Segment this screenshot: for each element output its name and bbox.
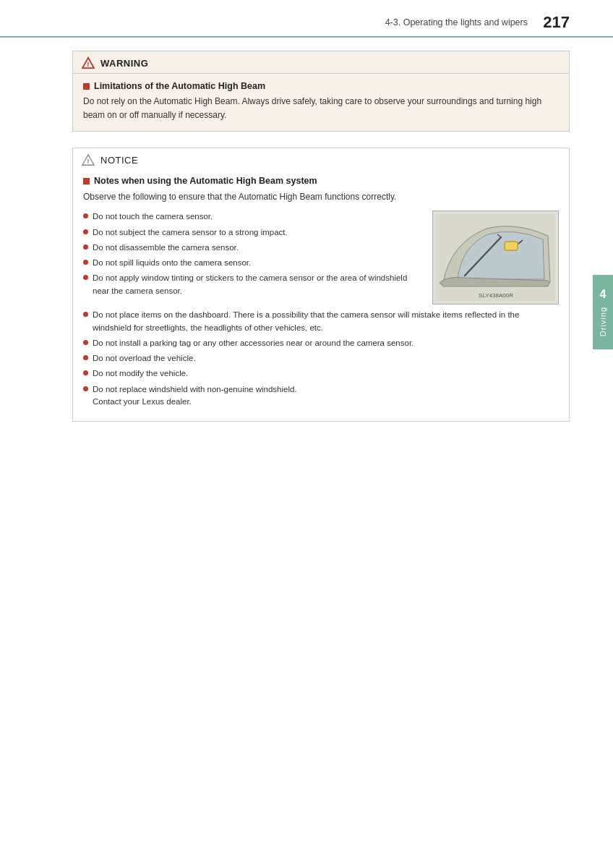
list-item: Do not install a parking tag or any othe…: [83, 337, 559, 349]
bullet-dot-icon: [83, 312, 88, 317]
list-item: Do not subject the camera sensor to a st…: [83, 226, 422, 239]
sidebar-tab: 4 Driving: [593, 275, 613, 349]
list-item: Do not overload the vehicle.: [83, 352, 559, 365]
bullet-dot-icon: [83, 260, 88, 265]
bullet-dot-icon: [83, 340, 88, 345]
notice-list-left: Do not touch the camera sensor. Do not s…: [83, 210, 422, 300]
notice-body: Notes when using the Automatic High Beam…: [73, 170, 569, 421]
notice-box: ! NOTICE Notes when using the Automatic …: [72, 148, 570, 422]
warning-triangle-icon: !: [82, 56, 95, 69]
bullet-dot-icon: [83, 213, 88, 218]
list-item: Do not modify the vehicle.: [83, 367, 559, 380]
page-header: 4-3. Operating the lights and wipers 217: [0, 0, 613, 38]
chapter-title: 4-3. Operating the lights and wipers: [72, 17, 541, 27]
bullet-dot-icon: [83, 229, 88, 234]
notice-intro-text: Observe the following to ensure that the…: [83, 190, 559, 203]
svg-text:!: !: [87, 158, 89, 166]
notice-red-square-icon: [83, 178, 90, 184]
svg-text:SLY438A00R: SLY438A00R: [479, 292, 513, 299]
bullet-dot-icon: [83, 386, 88, 391]
bullet-dot-icon: [83, 244, 88, 250]
list-item: Do not replace windshield with non-genui…: [83, 383, 559, 409]
warning-body-text: Do not rely on the Automatic High Beam. …: [83, 95, 559, 122]
list-item: Do not place items on the dashboard. The…: [83, 309, 559, 334]
notice-label: NOTICE: [100, 155, 138, 166]
bullet-dot-icon: [83, 370, 88, 375]
notice-image-col: SLY438A00R: [432, 210, 559, 305]
bullet-list-left: Do not touch the camera sensor. Do not s…: [83, 210, 422, 297]
warning-box: ! WARNING Limitations of the Automatic H…: [72, 51, 570, 132]
list-item: Do not apply window tinting or stickers …: [83, 272, 422, 297]
red-square-icon: [83, 83, 90, 90]
main-content: ! WARNING Limitations of the Automatic H…: [0, 51, 613, 422]
bullet-list-full: Do not place items on the dashboard. The…: [83, 309, 559, 408]
sidebar-tab-number: 4: [600, 288, 606, 301]
bullet-dot-icon: [83, 355, 88, 360]
warning-section-title: Limitations of the Automatic High Beam: [83, 81, 559, 91]
warning-header: ! WARNING: [73, 51, 569, 74]
list-item: Do not disassemble the camera sensor.: [83, 242, 422, 254]
notice-header: ! NOTICE: [73, 148, 569, 170]
svg-text:!: !: [87, 60, 89, 68]
bullet-dot-icon: [83, 275, 88, 280]
notice-triangle-icon: !: [82, 153, 95, 166]
page-container: 4-3. Operating the lights and wipers 217…: [0, 0, 613, 868]
sidebar-tab-label: Driving: [599, 307, 607, 336]
warning-label: WARNING: [100, 58, 148, 69]
svg-rect-5: [505, 242, 518, 250]
warning-body: Limitations of the Automatic High Beam D…: [73, 74, 569, 131]
camera-sensor-image: SLY438A00R: [432, 210, 559, 305]
notice-section-title: Notes when using the Automatic High Beam…: [83, 176, 559, 186]
list-item: Do not spill liquids onto the camera sen…: [83, 257, 422, 269]
page-number: 217: [541, 13, 570, 32]
notice-columns: Do not touch the camera sensor. Do not s…: [83, 210, 559, 305]
list-item: Do not touch the camera sensor.: [83, 210, 422, 223]
